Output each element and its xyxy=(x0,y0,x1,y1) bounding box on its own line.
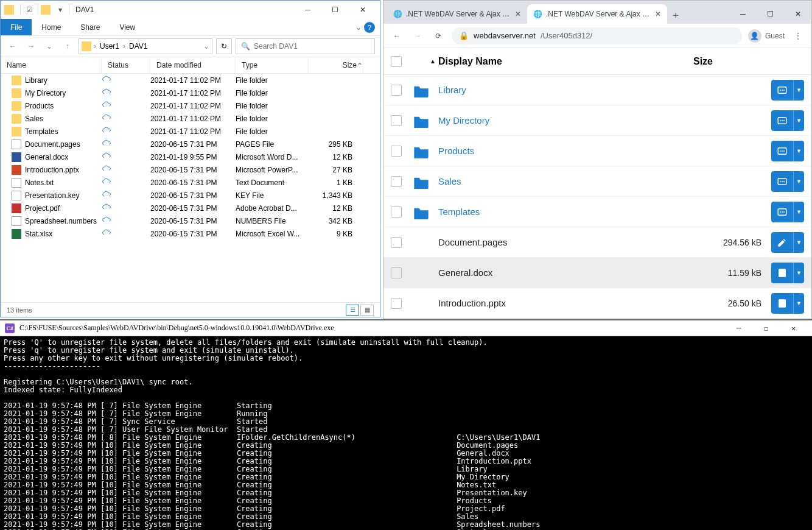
qat-dropdown-icon[interactable]: ▾ xyxy=(54,4,66,16)
new-tab-button[interactable]: ＋ xyxy=(667,7,684,24)
row-checkbox[interactable] xyxy=(391,298,402,309)
action-button[interactable] xyxy=(771,171,793,192)
action-button[interactable] xyxy=(771,141,793,161)
table-row[interactable]: Presentation.key2020-06-15 7:31 PMKEY Fi… xyxy=(1,189,380,202)
chevron-down-icon[interactable]: ⌄ xyxy=(203,42,209,51)
tab-share[interactable]: Share xyxy=(71,19,110,35)
reload-button[interactable]: ⟳ xyxy=(431,29,446,43)
item-name[interactable]: Templates xyxy=(438,207,480,217)
list-item[interactable]: Document.pages294.56 kB▼ xyxy=(383,227,811,258)
help-button[interactable]: ? xyxy=(364,22,375,33)
back-button[interactable]: ← xyxy=(5,39,20,54)
table-row[interactable]: Stat.xlsx2020-06-15 7:31 PMMicrosoft Exc… xyxy=(1,227,380,240)
breadcrumb-item[interactable]: DAV1 xyxy=(128,42,149,51)
table-row[interactable]: Library2021-01-17 11:02 PMFile folder xyxy=(1,74,380,87)
tab-view[interactable]: View xyxy=(110,19,145,35)
action-dropdown[interactable]: ▼ xyxy=(793,141,804,161)
item-name[interactable]: Introduction.pptx xyxy=(438,298,506,308)
list-item[interactable]: Introduction.pptx26.50 kB▼ xyxy=(383,288,811,319)
breadcrumb-item[interactable]: User1 xyxy=(99,42,121,51)
close-button[interactable]: ✕ xyxy=(349,1,376,18)
row-checkbox[interactable] xyxy=(391,146,402,157)
item-name[interactable]: Library xyxy=(438,85,466,95)
item-name[interactable]: General.docx xyxy=(438,267,492,278)
row-checkbox[interactable] xyxy=(391,85,402,96)
omnibox[interactable]: 🔒 webdavserver.net/User405d312/ xyxy=(452,27,742,44)
item-name[interactable]: Products xyxy=(438,146,474,156)
action-dropdown[interactable]: ▼ xyxy=(793,110,804,131)
row-checkbox[interactable] xyxy=(391,237,402,248)
table-row[interactable]: Spreadsheet.numbers2020-06-15 7:31 PMNUM… xyxy=(1,214,380,227)
size-header[interactable]: Size xyxy=(693,56,713,67)
row-checkbox[interactable] xyxy=(391,176,402,187)
maximize-button[interactable]: ☐ xyxy=(752,321,780,336)
col-date[interactable]: Date modified xyxy=(150,57,236,73)
close-tab-button[interactable]: ✕ xyxy=(655,10,661,18)
action-dropdown[interactable]: ▼ xyxy=(793,263,804,283)
list-item[interactable]: Library▼ xyxy=(383,75,811,105)
list-item[interactable]: My Directory▼ xyxy=(383,105,811,136)
browser-tab[interactable]: 🌐.NET WebDAV Server & Ajax Libr✕ xyxy=(387,4,527,24)
table-row[interactable]: My Directory2021-01-17 11:02 PMFile fold… xyxy=(1,87,380,99)
close-button[interactable]: ✕ xyxy=(780,321,807,336)
list-item[interactable]: General.docx11.59 kB▼ xyxy=(383,258,811,288)
minimize-button[interactable]: ─ xyxy=(725,321,752,336)
terminal-titlebar[interactable]: C# C:\FS\FUSE\Sources\Samples\WebDAVDriv… xyxy=(0,320,812,336)
action-button[interactable] xyxy=(771,80,793,101)
action-button[interactable] xyxy=(771,293,793,314)
action-button[interactable] xyxy=(771,110,793,131)
terminal-output[interactable]: Press 'Q' to unregister file system, del… xyxy=(0,336,812,530)
action-button[interactable] xyxy=(771,202,793,222)
action-dropdown[interactable]: ▼ xyxy=(793,293,804,314)
row-checkbox[interactable] xyxy=(391,207,402,217)
tab-file[interactable]: File xyxy=(1,19,32,35)
list-item[interactable]: Sales▼ xyxy=(383,166,811,197)
table-row[interactable]: Document.pages2020-06-15 7:31 PMPAGES Fi… xyxy=(1,138,380,150)
explorer-titlebar[interactable]: ☑ ▾ DAV1 ─ ☐ ✕ xyxy=(1,1,380,19)
browser-tab[interactable]: 🌐.NET WebDAV Server & Ajax Libr✕ xyxy=(527,4,667,24)
maximize-button[interactable]: ☐ xyxy=(757,4,784,24)
menu-button[interactable]: ⋮ xyxy=(791,29,805,43)
row-checkbox[interactable] xyxy=(391,115,402,126)
refresh-button[interactable]: ↻ xyxy=(216,38,232,54)
col-size[interactable]: Size xyxy=(309,57,363,73)
select-all-checkbox[interactable] xyxy=(391,56,402,67)
minimize-button[interactable]: ─ xyxy=(729,4,757,24)
file-list[interactable]: Library2021-01-17 11:02 PMFile folderMy … xyxy=(1,74,380,302)
maximize-button[interactable]: ☐ xyxy=(321,1,349,18)
minimize-button[interactable]: ─ xyxy=(294,1,321,18)
search-box[interactable]: 🔍 xyxy=(236,38,375,54)
close-button[interactable]: ✕ xyxy=(784,4,811,24)
item-name[interactable]: Document.pages xyxy=(438,237,507,247)
row-checkbox[interactable] xyxy=(391,267,402,278)
search-input[interactable] xyxy=(254,42,369,51)
table-row[interactable]: Project.pdf2020-06-15 7:31 PMAdobe Acrob… xyxy=(1,202,380,214)
forward-button[interactable]: → xyxy=(410,29,425,43)
table-row[interactable]: Sales2021-01-17 11:02 PMFile folder xyxy=(1,112,380,125)
item-name[interactable]: Sales xyxy=(438,176,461,186)
col-type[interactable]: Type xyxy=(236,57,309,73)
tab-home[interactable]: Home xyxy=(32,19,71,35)
table-row[interactable]: General.docx2021-01-19 9:55 PMMicrosoft … xyxy=(1,150,380,163)
close-tab-button[interactable]: ✕ xyxy=(515,10,521,18)
col-name[interactable]: Name xyxy=(1,57,102,73)
list-item[interactable]: Templates▼ xyxy=(383,197,811,227)
webpage[interactable]: ▲ Display Name Size Library▼My Directory… xyxy=(383,48,811,319)
ribbon-expand-icon[interactable]: ⌄ xyxy=(355,23,362,32)
table-row[interactable]: Notes.txt2020-06-15 7:31 PMText Document… xyxy=(1,176,380,189)
profile-button[interactable]: 👤 Guest xyxy=(748,29,785,43)
action-button[interactable] xyxy=(771,263,793,283)
back-button[interactable]: ← xyxy=(390,29,404,43)
recent-locations-icon[interactable]: ⌄ xyxy=(42,39,57,54)
action-dropdown[interactable]: ▼ xyxy=(793,171,804,192)
table-row[interactable]: Introduction.pptx2020-06-15 7:31 PMMicro… xyxy=(1,163,380,176)
action-dropdown[interactable]: ▼ xyxy=(793,202,804,222)
action-dropdown[interactable]: ▼ xyxy=(793,232,804,253)
forward-button[interactable]: → xyxy=(24,39,38,54)
item-name[interactable]: My Directory xyxy=(438,115,489,125)
table-row[interactable]: Templates2021-01-17 11:02 PMFile folder xyxy=(1,125,380,138)
table-row[interactable]: Products2021-01-17 11:02 PMFile folder xyxy=(1,99,380,112)
up-button[interactable]: ↑ xyxy=(60,39,75,54)
details-view-button[interactable]: ☰ xyxy=(346,305,359,316)
action-dropdown[interactable]: ▼ xyxy=(793,80,804,101)
